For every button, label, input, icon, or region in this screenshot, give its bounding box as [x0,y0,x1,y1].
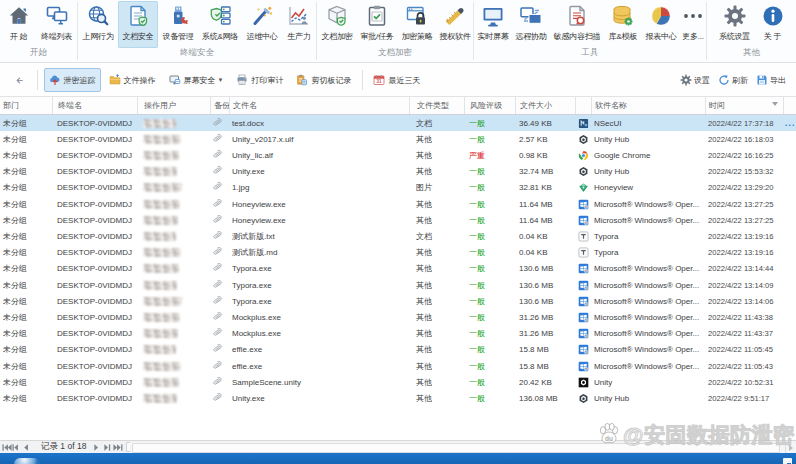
table-row[interactable]: 未分组DESKTOP-0VIDMDJTypora.exe其他一般130.6 MB… [0,293,796,309]
pager-last-button[interactable] [113,442,123,453]
cell-risk: 一般 [464,164,515,180]
column-header-appicon[interactable] [575,97,591,114]
ribbon-item-encrypt-policy[interactable]: 加密策略 [397,1,437,48]
table-row[interactable]: 未分组DESKTOP-0VIDMDJUnity_v2017.x.ulf其他一般2… [0,131,796,147]
column-header-user[interactable]: 操作用户 [137,97,210,114]
table-row[interactable]: 未分组DESKTOP-0VIDMDJHoneyview.exe其他一般11.64… [0,196,796,212]
cell-backup [210,277,229,293]
table-row[interactable]: 未分组DESKTOP-0VIDMDJTypora.exe其他一般130.6 MB… [0,261,796,277]
cell-dept: 未分组 [0,358,52,374]
cell-terminal: DESKTOP-0VIDMDJ [52,293,137,309]
column-header-size[interactable]: 文件大小 [515,97,575,114]
column-header-actions[interactable] [783,97,796,114]
cell-backup [210,326,229,342]
ribbon-item-ops-center[interactable]: 运维中心 [242,1,282,48]
ribbon-item-document-safety[interactable]: 文档安全 [118,1,158,48]
back-button[interactable] [9,69,33,91]
column-header-app[interactable]: 软件名称 [591,97,705,114]
ribbon-item-library-template[interactable]: 库&模板 [604,1,642,48]
toolbar-tab-file-operation[interactable]: 文件操作 [104,68,161,92]
about-info-icon [761,4,785,28]
toolbar-tab-calendar[interactable]: 31最近三天 [368,68,425,92]
pager-next-page-button[interactable] [103,442,113,453]
cell-type: 其他 [409,374,464,390]
column-header-file[interactable]: 文件名 [229,97,409,114]
ribbon-item-label: 设备管理 [162,31,193,42]
table-row[interactable]: 未分组DESKTOP-0VIDMDJtest.docx文档一般36.49 KBN… [0,115,796,131]
table-row[interactable]: 未分组DESKTOP-0VIDMDJ1.jpg图片一般32.81 KBHoney… [0,180,796,196]
toolbar-tab-clipboard-record[interactable]: 剪切板记录 [291,68,356,92]
ribbon-item-approval-task[interactable]: 审批/任务 [357,1,397,48]
column-header-type[interactable]: 文件类型 [409,97,464,114]
ribbon-item-remote-assist[interactable]: 远程协助 [512,1,550,48]
table-row[interactable]: 未分组DESKTOP-0VIDMDJUnity_lic.alf其他严重0.98 … [0,147,796,163]
ribbon-item-about-info[interactable]: 关 于 [756,1,790,48]
column-header-risk[interactable]: 风险评级 [464,97,515,114]
scrollbar-thumb[interactable] [132,443,780,453]
toolbar-action-export-save[interactable]: 导出 [752,68,790,92]
table-row[interactable]: 未分组DESKTOP-0VIDMDJUnity.exe其他一般136.08 MB… [0,390,796,406]
table-row[interactable]: 未分组DESKTOP-0VIDMDJ测试新版.txt文档一般0.04 KBTyp… [0,228,796,244]
table-row[interactable]: 未分组DESKTOP-0VIDMDJeffie.exe其他一般15.8 MBMi… [0,358,796,374]
ribbon-item-more-dots[interactable]: 更多... [680,1,706,48]
paperclip-icon [213,133,224,146]
table-row[interactable]: 未分组DESKTOP-0VIDMDJUnity.exe其他一般32.74 MBU… [0,164,796,180]
cell-dept: 未分组 [0,309,52,325]
toolbar-action-refresh[interactable]: 刷新 [714,68,752,92]
ribbon-group-separator [473,2,474,60]
toolbar-tab-screen-safety[interactable]: 屏幕安全▼ [164,68,229,92]
cell-type: 其他 [409,277,464,293]
cell-app: Honeyview [591,180,705,196]
table-row[interactable]: 未分组DESKTOP-0VIDMDJHoneyview.exe其他一般11.64… [0,212,796,228]
ribbon-item-device-manage[interactable]: 设备管理 [158,1,198,48]
ribbon-item-report-center[interactable]: 报表中心 [642,1,680,48]
ribbon-item-doc-encrypt[interactable]: 文档加密 [317,1,357,48]
filter-arrow-icon[interactable] [772,102,778,106]
typora-icon [578,231,589,242]
blurred-user [143,151,179,160]
ribbon-item-realtime-screen[interactable]: 实时屏幕 [474,1,512,48]
ribbon-item-sensitive-scan[interactable]: 敏感内容扫描 [550,1,604,48]
ribbon-item-system-settings[interactable]: 系统设置 [714,1,756,48]
ribbon-item-home[interactable]: 开 始 [1,1,37,48]
ribbon-item-authorized-soft[interactable]: 授权软件 [437,1,473,48]
cell-user [137,115,210,131]
pager-first-button[interactable] [2,442,12,453]
ribbon-item-productivity[interactable]: 生产力 [282,1,316,48]
table-row[interactable]: 未分组DESKTOP-0VIDMDJ测试新版.md其他一般0.04 KBTypo… [0,245,796,261]
statusbar-corner-icon[interactable] [783,458,792,464]
cell-backup [210,131,229,147]
column-header-dept[interactable]: 部门 [0,97,52,114]
toolbar-action-gear-small[interactable]: 设置 [676,68,714,92]
cell-time: 2022/4/22 13:19:16 [705,228,783,244]
table-row[interactable]: 未分组DESKTOP-0VIDMDJMockplus.exe其他一般31.26 … [0,326,796,342]
table-row[interactable]: 未分组DESKTOP-0VIDMDJeffie.exe其他一般15.8 MBMi… [0,342,796,358]
row-actions-button[interactable]: ... [785,120,796,126]
cell-backup [210,115,229,131]
pager-next-button[interactable] [93,442,103,453]
pager-prev-button[interactable] [22,442,32,453]
column-header-time[interactable]: 时间 [705,97,783,114]
scrollbar-right-button[interactable] [785,443,795,453]
cell-app: Microsoft® Windows® Oper... [591,358,705,374]
column-header-terminal[interactable]: 终端名 [52,97,137,114]
cell-file: effie.exe [229,342,409,358]
cell-terminal: DESKTOP-0VIDMDJ [52,147,137,163]
ribbon-group-separator [77,2,78,60]
ribbon-item-terminal-list[interactable]: 终端列表 [37,1,77,48]
cell-terminal: DESKTOP-0VIDMDJ [52,196,137,212]
ribbon-item-system-network[interactable]: 系统&网络 [198,1,242,48]
sensitive-scan-icon [565,4,589,28]
pager-prev-page-button[interactable] [12,442,22,453]
cell-terminal: DESKTOP-0VIDMDJ [52,131,137,147]
cell-terminal: DESKTOP-0VIDMDJ [52,390,137,406]
table-row[interactable]: 未分组DESKTOP-0VIDMDJTypora.exe其他一般130.6 MB… [0,277,796,293]
toolbar-tab-leak-trace[interactable]: 泄密追踪 [44,68,101,92]
ribbon-item-web-behavior[interactable]: 上网行为 [78,1,118,48]
table-row[interactable]: 未分组DESKTOP-0VIDMDJSampleScene.unity其他一般2… [0,374,796,390]
document-safety-icon [126,4,150,28]
cell-time: 2022/4/22 13:14:44 [705,261,783,277]
toolbar-tab-print-audit[interactable]: 打印审计 [231,68,288,92]
column-header-backup[interactable]: 备份 [210,97,229,114]
table-row[interactable]: 未分组DESKTOP-0VIDMDJMockplus.exe其他一般31.26 … [0,309,796,325]
